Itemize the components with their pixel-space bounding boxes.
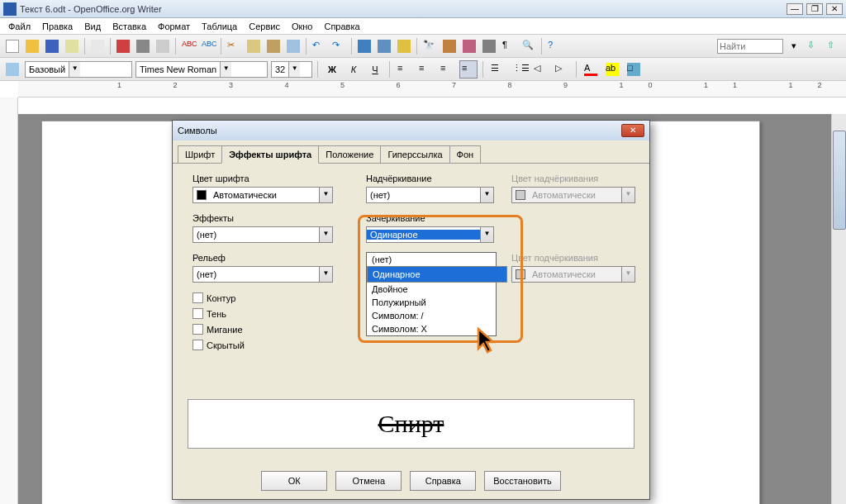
open-icon[interactable] xyxy=(23,37,41,55)
strike-opt-x[interactable]: Символом: X xyxy=(367,322,496,335)
strikethrough-dropdown-list[interactable]: (нет) Одинарное Двойное Полужирный Симво… xyxy=(366,252,497,336)
menu-table[interactable]: Таблица xyxy=(197,20,242,33)
menu-insert[interactable]: Вставка xyxy=(107,20,151,33)
tab-background[interactable]: Фон xyxy=(449,145,482,163)
overline-label: Надчёркивание xyxy=(366,174,498,183)
find-prev-icon[interactable]: ⇧ xyxy=(825,37,843,55)
menu-view[interactable]: Вид xyxy=(79,20,106,33)
ok-button[interactable]: ОК xyxy=(261,471,327,491)
scrollbar-thumb[interactable] xyxy=(833,131,846,230)
font-color-icon[interactable]: A xyxy=(582,60,600,78)
bg-color-icon[interactable]: □ xyxy=(625,60,643,78)
strike-opt-none[interactable]: (нет) xyxy=(367,253,496,266)
reset-button[interactable]: Восстановить xyxy=(484,471,560,491)
redo-icon[interactable]: ↷ xyxy=(330,37,348,55)
undo-icon[interactable]: ↶ xyxy=(310,37,328,55)
paragraph-style-combo[interactable]: Базовый▼ xyxy=(25,61,132,78)
window-title: Текст 6.odt - OpenOffice.org Writer xyxy=(20,4,787,14)
align-justify-icon[interactable]: ≡ xyxy=(459,60,478,78)
relief-label: Рельеф xyxy=(192,253,341,263)
tab-hyperlink[interactable]: Гиперссылка xyxy=(380,145,449,163)
underline-icon[interactable]: Ч xyxy=(366,60,384,78)
minimize-button[interactable]: — xyxy=(787,3,803,15)
save-icon[interactable] xyxy=(43,37,61,55)
overline-color-select: Автоматически▼ xyxy=(511,187,635,203)
styles-icon[interactable] xyxy=(3,60,21,78)
italic-icon[interactable]: К xyxy=(345,60,363,78)
overline-color-label: Цвет надчёркивания xyxy=(511,174,639,183)
strikethrough-select[interactable]: Одинарное▼ xyxy=(366,226,494,243)
find-input[interactable] xyxy=(717,39,783,54)
font-size-combo[interactable]: 32▼ xyxy=(271,61,312,78)
dialog-title-bar[interactable]: Символы ✕ xyxy=(173,121,649,140)
datasources-icon[interactable] xyxy=(480,37,498,55)
help-button[interactable]: Справка xyxy=(410,471,476,491)
relief-select[interactable]: (нет)▼ xyxy=(192,266,333,283)
strike-opt-single[interactable]: Одинарное xyxy=(367,266,507,283)
spellcheck-icon[interactable]: ABC xyxy=(179,37,197,55)
navigator-icon[interactable] xyxy=(440,37,459,55)
shadow-checkbox[interactable]: Тень xyxy=(192,308,341,319)
tab-font[interactable]: Шрифт xyxy=(178,145,222,163)
print-icon[interactable] xyxy=(134,37,152,55)
vertical-scrollbar[interactable] xyxy=(831,114,846,504)
align-center-icon[interactable]: ≡ xyxy=(416,60,435,78)
zoom-icon[interactable]: 🔍 xyxy=(520,37,538,55)
bullets-icon[interactable]: ⋮☰ xyxy=(510,60,528,78)
nonprinting-icon[interactable]: ¶ xyxy=(500,37,518,55)
title-bar: Текст 6.odt - OpenOffice.org Writer — ❐ … xyxy=(0,0,846,18)
paste-icon[interactable] xyxy=(264,37,283,55)
numbering-icon[interactable]: ☰ xyxy=(488,60,506,78)
highlight-icon[interactable]: ab xyxy=(603,60,621,78)
email-icon[interactable] xyxy=(63,37,81,55)
tab-position[interactable]: Положение xyxy=(318,145,381,163)
close-button[interactable]: ✕ xyxy=(826,3,843,15)
menu-format[interactable]: Формат xyxy=(153,20,195,33)
dialog-close-button[interactable]: ✕ xyxy=(621,124,644,137)
find-dropdown-icon[interactable]: ▾ xyxy=(785,37,803,55)
overline-select[interactable]: (нет)▼ xyxy=(366,187,494,203)
help-icon[interactable]: ? xyxy=(545,37,563,55)
blink-checkbox[interactable]: Мигание xyxy=(192,324,341,335)
font-color-label: Цвет шрифта xyxy=(192,174,341,183)
dialog-body: Цвет шрифта Автоматически▼ Эффекты (нет)… xyxy=(173,164,649,445)
decrease-indent-icon[interactable]: ◁ xyxy=(531,60,549,78)
outline-checkbox[interactable]: Контур xyxy=(192,292,341,303)
menu-edit[interactable]: Правка xyxy=(37,20,78,33)
strike-opt-double[interactable]: Двойное xyxy=(367,283,496,296)
align-left-icon[interactable]: ≡ xyxy=(395,60,413,78)
restore-button[interactable]: ❐ xyxy=(806,3,823,15)
font-name-combo[interactable]: Times New Roman▼ xyxy=(135,61,268,78)
preview-text: Спирт xyxy=(378,410,444,438)
new-doc-icon[interactable] xyxy=(3,37,21,55)
preview-icon[interactable] xyxy=(154,37,172,55)
find-next-icon[interactable]: ⇩ xyxy=(805,37,823,55)
font-color-select[interactable]: Автоматически▼ xyxy=(192,187,333,203)
show-draw-icon[interactable] xyxy=(395,37,413,55)
menu-file[interactable]: Файл xyxy=(3,20,36,33)
gallery-icon[interactable] xyxy=(460,37,478,55)
dialog-title: Символы xyxy=(178,126,621,136)
align-right-icon[interactable]: ≡ xyxy=(438,60,456,78)
cancel-button[interactable]: Отмена xyxy=(335,471,402,491)
bold-icon[interactable]: Ж xyxy=(323,60,341,78)
strike-opt-bold[interactable]: Полужирный xyxy=(367,296,496,309)
autospell-icon[interactable]: ABC xyxy=(199,37,217,55)
table-icon[interactable] xyxy=(375,37,393,55)
find-replace-icon[interactable]: 🔭 xyxy=(421,37,439,55)
menu-tools[interactable]: Сервис xyxy=(244,20,285,33)
menu-window[interactable]: Окно xyxy=(287,20,318,33)
format-paint-icon[interactable] xyxy=(284,37,302,55)
hidden-label: Скрытый xyxy=(207,340,245,350)
copy-icon[interactable] xyxy=(245,37,263,55)
hidden-checkbox[interactable]: Скрытый xyxy=(192,340,341,350)
hyperlink-icon[interactable] xyxy=(355,37,373,55)
pdf-icon[interactable] xyxy=(114,37,132,55)
effects-select[interactable]: (нет)▼ xyxy=(192,226,333,243)
strike-opt-slash[interactable]: Символом: / xyxy=(367,309,496,322)
tab-font-effects[interactable]: Эффекты шрифта xyxy=(221,145,319,164)
edit-doc-icon[interactable] xyxy=(88,37,107,55)
cut-icon[interactable]: ✂ xyxy=(225,37,243,55)
increase-indent-icon[interactable]: ▷ xyxy=(553,60,571,78)
menu-help[interactable]: Справка xyxy=(319,20,364,33)
